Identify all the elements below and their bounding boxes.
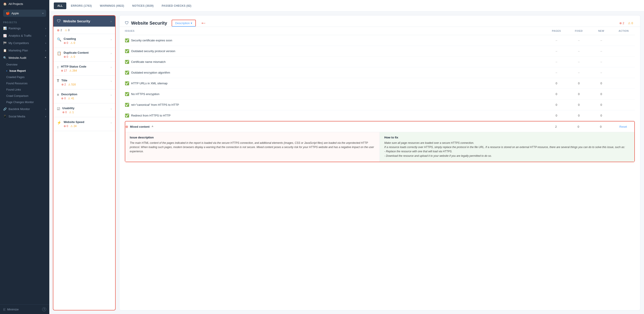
fixed-val: 0 — [568, 92, 590, 96]
tab-warnings[interactable]: WARNINGS (4922) — [96, 2, 128, 9]
sidebar-subitem-found-links[interactable]: Found Links — [0, 87, 49, 93]
chevron-right-icon: › — [45, 34, 46, 37]
page-changes-label: Page Changes Monitor — [6, 101, 34, 104]
content-area: 🛡 Website Security › ⊗ 2 ⚠ 0 🔍 — [49, 12, 644, 314]
section-duplicate[interactable]: 📋 Duplicate Content ⊗ 0 ⚠ 0 › — [53, 48, 115, 62]
sidebar-subitem-overview[interactable]: Overview — [0, 61, 49, 68]
issue-cell: ✅ Security certificate expires soon — [125, 38, 545, 42]
audit-label: Website Audit — [8, 56, 26, 59]
tab-notices[interactable]: NOTICES (3029) — [128, 2, 157, 9]
section-title[interactable]: T Title ⊗ 2 ⚠ 516 › — [53, 76, 115, 89]
table-row: ✅ No HTTPS encryption 0 0 0 — [125, 89, 635, 100]
rankings-label: Rankings — [8, 27, 20, 30]
new-val: – — [590, 39, 612, 42]
section-description[interactable]: ≡ Description ⊗ 0 ⚠ 41 › — [53, 89, 115, 103]
issue-cell: ✅ Certificate name mismatch — [125, 60, 545, 64]
error-badge: ⊗ 2 — [57, 28, 62, 32]
sidebar-subitem-issue-report[interactable]: Issue Report — [0, 68, 49, 74]
issue-cell: ✅ HTTP URLs in XML sitemap — [125, 81, 545, 85]
left-arrow-icon: ← — [200, 19, 206, 27]
social-label: Social Media — [8, 115, 25, 118]
sidebar-subitem-found-resources[interactable]: Found Resources — [0, 80, 49, 87]
desc-warnings: ⚠ 41 — [68, 97, 74, 100]
competitors-label: My Competitors — [8, 41, 29, 45]
error-count-display: ⊗ 2 — [619, 21, 624, 25]
apple-icon: 🍎 — [6, 11, 10, 15]
collapse-icon[interactable]: ^ — [152, 125, 153, 128]
issue-name: Redirect from HTTPS to HTTP — [131, 114, 170, 117]
error-circle-icon: ⊗ — [125, 125, 128, 129]
pages-val: – — [545, 60, 568, 63]
speed-errors: ⊗ 0 — [64, 125, 68, 128]
section-usability[interactable]: ☑ Usability ⊗ 0 ⚠ 1 › — [53, 103, 115, 117]
minimize-icon: ⟨⟨ — [3, 308, 6, 311]
issue-name: Security certificate expires soon — [131, 39, 172, 42]
new-val: – — [590, 49, 612, 53]
chevron-right-icon: › — [111, 80, 112, 83]
pages-val: – — [545, 39, 568, 42]
tab-errors[interactable]: ERRORS (1763) — [67, 2, 95, 9]
duplicate-title: Duplicate Content — [64, 51, 88, 54]
warning-icon: ⚠ — [65, 29, 67, 32]
sidebar-subitem-page-changes[interactable]: Page Changes Monitor — [0, 99, 49, 105]
sidebar-item-rankings[interactable]: 📊 Rankings › — [0, 25, 49, 32]
table-row: ✅ Outdated encryption algorithm – – – — [125, 67, 635, 78]
all-projects-link[interactable]: 🏠 All Projects — [0, 0, 49, 8]
how-to-fix-section: How to fix Make sure all page resources … — [380, 132, 634, 162]
chevron-down-icon: ▾ — [42, 12, 44, 14]
pages-val: – — [545, 49, 568, 53]
home-icon: 🏠 — [3, 2, 7, 5]
http-title: HTTP Status Code — [61, 65, 86, 68]
new-val: 0 — [590, 103, 612, 107]
crawling-warnings: ⚠ 0 — [70, 41, 75, 44]
error-circle-icon: ⊗ — [619, 21, 622, 25]
analytics-icon: 📈 — [3, 34, 7, 37]
section-http-status[interactable]: ↕ HTTP Status Code ⊗ 17 ⚠ 264 › — [53, 62, 115, 76]
project-name: Apple — [12, 12, 40, 15]
title-warnings: ⚠ 516 — [68, 83, 76, 86]
found-resources-label: Found Resources — [6, 82, 28, 85]
chevron-right-icon: › — [111, 52, 112, 55]
sidebar-item-backlink[interactable]: 🔗 Backlink Monitor › — [0, 105, 49, 113]
description-button[interactable]: Description ▾ — [172, 20, 196, 27]
issues-table: ISSUES PAGES FIXED NEW ACTION ✅ Security… — [120, 27, 640, 162]
tab-all[interactable]: ALL — [54, 2, 66, 9]
help-icon[interactable]: ? — [42, 307, 46, 311]
header-counts: ⊗ 2 ⚠ 0 — [619, 21, 635, 25]
sidebar-item-audit[interactable]: 🔍 Website Audit ^ — [0, 54, 49, 61]
minimize-button[interactable]: ⟨⟨ Minimize ? — [0, 304, 49, 314]
check-icon: ✅ — [125, 113, 129, 118]
marketing-label: Marketing Plan — [8, 49, 28, 52]
new-val: – — [590, 71, 612, 74]
mixed-content-row[interactable]: ⊗ Mixed content ^ 2 0 0 Reset — [125, 121, 635, 162]
left-category-panel: 🛡 Website Security › ⊗ 2 ⚠ 0 🔍 — [53, 15, 116, 311]
new-val: 0 — [590, 114, 612, 117]
issue-description-title: Issue description — [130, 136, 375, 139]
speed-icon: ⚡ — [57, 121, 62, 125]
how-to-fix-title: How to fix — [384, 136, 630, 139]
left-panel-badges: ⊗ 2 ⚠ 0 — [53, 27, 115, 34]
section-website-speed[interactable]: ⚡ Website Speed ⊗ 0 ⚠ 24 › — [53, 117, 115, 131]
check-icon: ✅ — [125, 60, 129, 64]
new-col-header: NEW — [590, 29, 612, 32]
sidebar-subitem-crawled-pages[interactable]: Crawled Pages — [0, 74, 49, 80]
table-row: ✅ rel="canonical" from HTTPS to HTTP 0 0… — [125, 100, 635, 110]
sidebar-item-social[interactable]: 📱 Social Media › — [0, 113, 49, 120]
fixed-val: – — [568, 71, 590, 74]
sidebar-item-competitors[interactable]: 🏁 My Competitors › — [0, 39, 49, 47]
issue-cell: ✅ Redirect from HTTPS to HTTP — [125, 113, 545, 118]
issue-cell: ✅ rel="canonical" from HTTPS to HTTP — [125, 103, 545, 107]
desc-title: Description — [61, 93, 77, 96]
tab-passed[interactable]: PASSED CHECKS (82) — [158, 2, 195, 9]
speed-title: Website Speed — [64, 120, 84, 124]
check-icon: ✅ — [125, 81, 129, 85]
right-panel-header: 🛡 Website Security Description ▾ ← ⊗ — [120, 15, 640, 27]
chevron-right-icon: › — [45, 107, 46, 111]
sidebar-item-marketing[interactable]: 📋 Marketing Plan › — [0, 47, 49, 54]
sidebar-subitem-crawl-comparison[interactable]: Crawl Comparison — [0, 93, 49, 99]
sidebar-item-analytics[interactable]: 📈 Analytics & Traffic › — [0, 32, 49, 39]
project-selector[interactable]: 🍎 Apple ▾ — [3, 10, 46, 17]
mixed-reset-button[interactable]: Reset — [612, 125, 634, 128]
section-crawling[interactable]: 🔍 Crawling ⊗ 0 ⚠ 0 › — [53, 34, 115, 48]
warning-triangle-icon: ⚠ — [628, 21, 630, 25]
